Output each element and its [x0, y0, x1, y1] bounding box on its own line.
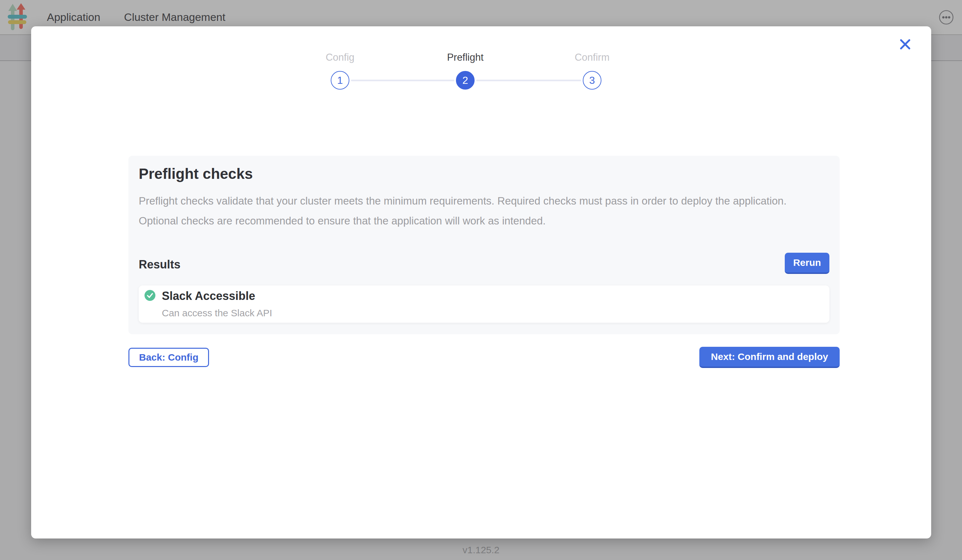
- step-number: 3: [589, 74, 595, 86]
- back-button[interactable]: Back: Config: [128, 348, 209, 367]
- wizard-stepper: Config 1 Preflight 2 Confirm 3: [31, 26, 931, 129]
- stepper-step[interactable]: Confirm 3: [541, 52, 644, 90]
- preflight-result-row: Slack Accessible Can access the Slack AP…: [139, 286, 830, 323]
- step-label: Preflight: [414, 52, 517, 64]
- wizard-actions: Back: Config Next: Confirm and deploy: [128, 346, 840, 369]
- rerun-button[interactable]: Rerun: [785, 253, 830, 274]
- card-description: Preflight checks validate that your clus…: [139, 191, 807, 231]
- results-heading: Results: [139, 258, 181, 274]
- results-bar: Results Rerun: [139, 253, 830, 274]
- result-detail: Can access the Slack API: [162, 307, 272, 319]
- results-list: Slack Accessible Can access the Slack AP…: [139, 286, 830, 323]
- step-circle[interactable]: 2: [456, 71, 475, 90]
- step-circle[interactable]: 3: [583, 71, 601, 90]
- preflight-modal: Config 1 Preflight 2 Confirm 3 Preflight…: [31, 26, 931, 539]
- stepper-step[interactable]: Config 1: [289, 52, 391, 90]
- step-label: Confirm: [541, 52, 644, 64]
- next-button[interactable]: Next: Confirm and deploy: [699, 347, 840, 368]
- preflight-card: Preflight checks Preflight checks valida…: [128, 156, 840, 334]
- step-number: 1: [337, 74, 343, 86]
- step-label: Config: [289, 52, 391, 64]
- stepper-step[interactable]: Preflight 2: [414, 52, 517, 90]
- result-texts: Slack Accessible Can access the Slack AP…: [162, 289, 272, 319]
- card-title: Preflight checks: [139, 165, 830, 183]
- step-circle[interactable]: 1: [331, 71, 349, 90]
- result-title: Slack Accessible: [162, 289, 272, 303]
- check-pass-icon: [145, 290, 155, 301]
- step-number: 2: [462, 74, 468, 86]
